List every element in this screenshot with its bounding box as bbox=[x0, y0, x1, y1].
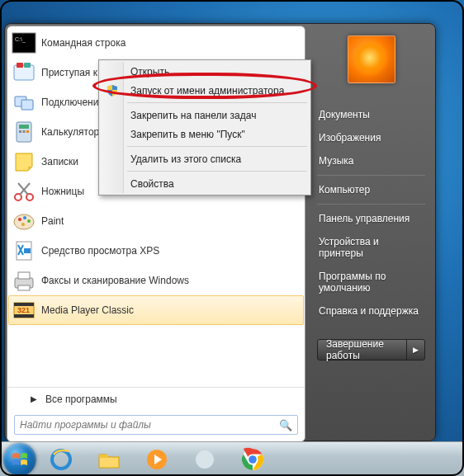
program-item-paint[interactable]: Paint bbox=[8, 206, 304, 236]
cmd-icon: C:\_ bbox=[10, 29, 38, 57]
svg-rect-28 bbox=[14, 314, 34, 318]
svg-rect-10 bbox=[23, 130, 26, 133]
svg-rect-8 bbox=[19, 125, 29, 129]
shield-icon bbox=[105, 83, 120, 98]
context-menu-label: Закрепить в меню "Пуск" bbox=[130, 129, 245, 140]
right-item-control-panel[interactable]: Панель управления bbox=[307, 207, 435, 230]
context-menu-properties[interactable]: Свойства bbox=[101, 174, 309, 193]
right-item-help[interactable]: Справка и поддержка bbox=[307, 299, 435, 323]
program-label: Средство просмотра XPS bbox=[41, 245, 159, 257]
generic-app-icon bbox=[192, 447, 217, 472]
wmp-icon bbox=[144, 447, 169, 472]
svg-point-17 bbox=[18, 218, 21, 221]
svg-rect-9 bbox=[19, 130, 21, 133]
context-menu-label: Закрепить на панели задач bbox=[130, 110, 256, 121]
start-menu-right-pane: Документы Изображения Музыка Компьютер П… bbox=[307, 24, 435, 441]
right-item-computer[interactable]: Компьютер bbox=[307, 178, 435, 201]
svg-rect-4 bbox=[24, 63, 31, 68]
program-item-fax-scan[interactable]: Факсы и сканирование Windows bbox=[8, 266, 304, 295]
fax-icon bbox=[10, 266, 38, 295]
taskbar-media-player[interactable] bbox=[134, 444, 180, 475]
context-menu-label: Открыть bbox=[130, 66, 169, 78]
context-menu-pin-start[interactable]: Закрепить в меню "Пуск" bbox=[101, 125, 309, 144]
taskbar-chrome[interactable] bbox=[230, 444, 276, 475]
calculator-icon bbox=[10, 118, 38, 146]
program-item-xps-viewer[interactable]: Средство просмотра XPS bbox=[8, 236, 304, 266]
sticky-notes-icon bbox=[10, 148, 38, 176]
svg-line-15 bbox=[18, 183, 28, 195]
program-label: Калькулятор bbox=[41, 126, 99, 138]
right-item-documents[interactable]: Документы bbox=[307, 103, 435, 126]
context-menu-label: Запуск от имени администратора bbox=[130, 85, 284, 97]
context-menu: Открыть Запуск от имени администратора З… bbox=[98, 59, 311, 196]
svg-rect-31 bbox=[99, 455, 108, 458]
svg-rect-6 bbox=[21, 100, 33, 110]
program-item-mpc[interactable]: 321 Media Player Classic bbox=[8, 295, 304, 325]
taskbar-ie[interactable] bbox=[38, 444, 84, 475]
right-item-music[interactable]: Музыка bbox=[307, 149, 435, 172]
chrome-icon bbox=[240, 447, 265, 472]
getting-started-icon bbox=[10, 59, 38, 87]
context-menu-remove[interactable]: Удалить из этого списка bbox=[101, 149, 309, 168]
svg-rect-24 bbox=[18, 272, 30, 279]
program-label: Paint bbox=[41, 215, 64, 227]
search-box[interactable]: 🔍 bbox=[14, 415, 298, 435]
svg-rect-25 bbox=[18, 285, 30, 290]
all-programs-button[interactable]: ▶ Все программы bbox=[7, 387, 305, 410]
svg-rect-11 bbox=[26, 130, 29, 133]
taskbar bbox=[0, 441, 464, 476]
shutdown-label: Завершение работы bbox=[318, 338, 406, 361]
start-button[interactable] bbox=[3, 443, 36, 476]
svg-line-14 bbox=[20, 183, 30, 195]
scissors-icon bbox=[10, 177, 38, 205]
search-input[interactable] bbox=[20, 419, 279, 431]
mpc-icon: 321 bbox=[10, 296, 38, 324]
svg-text:321: 321 bbox=[17, 306, 30, 314]
program-label: Media Player Classic bbox=[41, 304, 134, 316]
user-avatar[interactable] bbox=[348, 35, 395, 83]
svg-text:C:\_: C:\_ bbox=[15, 36, 26, 43]
svg-point-19 bbox=[27, 219, 31, 223]
folder-icon bbox=[97, 447, 121, 472]
ie-icon bbox=[49, 447, 73, 472]
svg-rect-22 bbox=[24, 248, 31, 253]
shutdown-arrow-icon[interactable]: ▶ bbox=[406, 340, 424, 360]
context-menu-label: Удалить из этого списка bbox=[130, 153, 241, 165]
program-label: Факсы и сканирование Windows bbox=[41, 275, 189, 286]
taskbar-explorer[interactable] bbox=[86, 444, 132, 475]
svg-rect-3 bbox=[17, 63, 23, 68]
program-label: Записки bbox=[41, 156, 78, 167]
paint-icon bbox=[10, 207, 38, 235]
all-programs-label: Все программы bbox=[45, 394, 117, 405]
context-menu-label: Свойства bbox=[130, 178, 174, 190]
svg-point-33 bbox=[196, 450, 214, 469]
svg-point-36 bbox=[249, 455, 257, 464]
right-item-default-programs[interactable]: Программы по умолчанию bbox=[307, 265, 435, 299]
right-item-devices[interactable]: Устройства и принтеры bbox=[307, 230, 435, 265]
taskbar-app[interactable] bbox=[182, 444, 228, 475]
svg-point-18 bbox=[23, 216, 26, 219]
context-menu-run-as-admin[interactable]: Запуск от имени администратора bbox=[101, 81, 309, 100]
svg-point-20 bbox=[21, 223, 25, 226]
program-label: Ножницы bbox=[41, 186, 84, 197]
connect-icon bbox=[10, 88, 38, 116]
context-menu-open[interactable]: Открыть bbox=[101, 62, 309, 81]
shutdown-button[interactable]: Завершение работы ▶ bbox=[317, 339, 425, 361]
program-label: Подключение bbox=[41, 97, 104, 108]
arrow-right-icon: ▶ bbox=[31, 394, 37, 403]
program-label: Командная строка bbox=[41, 37, 125, 49]
program-item-cmd[interactable]: C:\_ Командная строка bbox=[8, 28, 304, 58]
context-menu-pin-taskbar[interactable]: Закрепить на панели задач bbox=[101, 106, 309, 125]
xps-icon bbox=[10, 237, 38, 265]
right-item-pictures[interactable]: Изображения bbox=[307, 126, 435, 149]
windows-logo-icon bbox=[12, 452, 28, 467]
search-icon: 🔍 bbox=[279, 419, 292, 431]
